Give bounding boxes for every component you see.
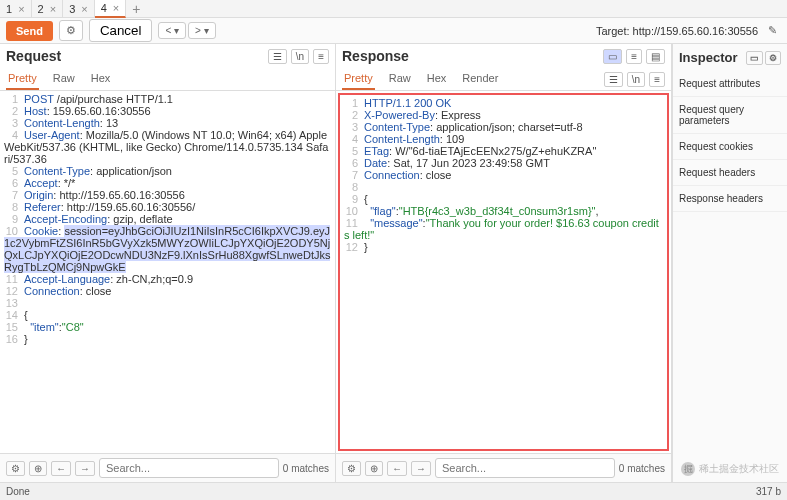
subtab-raw[interactable]: Raw <box>51 68 77 90</box>
history-back-button[interactable]: < ▾ <box>158 22 186 39</box>
inspector-item[interactable]: Request attributes <box>673 71 787 97</box>
repeater-tab[interactable]: 1× <box>0 0 32 18</box>
subtab-hex[interactable]: Hex <box>425 68 449 90</box>
inspector-item[interactable]: Request cookies <box>673 134 787 160</box>
response-subtabs: PrettyRawHexRender ☰ \n ≡ <box>336 68 671 91</box>
watermark-icon: 掘 <box>681 462 695 476</box>
inspector-config-icon[interactable]: ⚙ <box>765 51 781 65</box>
request-title: Request <box>6 48 61 64</box>
close-tab-icon[interactable]: × <box>50 3 56 15</box>
newline-icon[interactable]: \n <box>627 72 645 87</box>
repeater-tab[interactable]: 3× <box>63 0 95 18</box>
more-menu-icon[interactable]: ≡ <box>649 72 665 87</box>
status-right: 317 b <box>756 486 781 497</box>
more-menu-icon[interactable]: ≡ <box>313 49 329 64</box>
response-searchbar: ⚙ ⊕ ← → 0 matches <box>336 453 671 482</box>
close-tab-icon[interactable]: × <box>18 3 24 15</box>
list-view-icon[interactable]: ☰ <box>268 49 287 64</box>
inspector-title: Inspector <box>679 50 738 65</box>
search-next-icon[interactable]: → <box>411 461 431 476</box>
cancel-button[interactable]: Cancel <box>89 19 153 42</box>
response-match-count: 0 matches <box>619 463 665 474</box>
search-prev-icon[interactable]: ← <box>387 461 407 476</box>
status-left: Done <box>6 486 30 497</box>
request-editor[interactable]: 1POST /api/purchase HTTP/1.12Host: 159.6… <box>0 91 335 453</box>
inspector-view-icon[interactable]: ▭ <box>746 51 763 65</box>
search-prev-icon[interactable]: ← <box>51 461 71 476</box>
search-gear-icon[interactable]: ⊕ <box>365 461 383 476</box>
send-button[interactable]: Send <box>6 21 53 41</box>
response-pane: Response ▭ ≡ ▤ PrettyRawHexRender ☰ \n ≡… <box>336 44 672 482</box>
repeater-tab[interactable]: 2× <box>32 0 64 18</box>
request-match-count: 0 matches <box>283 463 329 474</box>
watermark: 掘 稀土掘金技术社区 <box>681 462 779 476</box>
subtab-pretty[interactable]: Pretty <box>342 68 375 90</box>
request-searchbar: ⚙ ⊕ ← → 0 matches <box>0 453 335 482</box>
search-next-icon[interactable]: → <box>75 461 95 476</box>
settings-gear-icon[interactable]: ⚙ <box>59 20 83 41</box>
toolbar: Send ⚙ Cancel < ▾ > ▾ Target: http://159… <box>0 18 787 44</box>
repeater-tabs: 1×2×3×4×+ <box>0 0 787 18</box>
request-search-input[interactable] <box>99 458 279 478</box>
layout-horizontal-icon[interactable]: ▭ <box>603 49 622 64</box>
subtab-hex[interactable]: Hex <box>89 68 113 90</box>
repeater-tab[interactable]: 4× <box>95 0 127 18</box>
subtab-raw[interactable]: Raw <box>387 68 413 90</box>
inspector-item[interactable]: Request headers <box>673 160 787 186</box>
layout-vertical-icon[interactable]: ≡ <box>626 49 642 64</box>
close-tab-icon[interactable]: × <box>81 3 87 15</box>
response-editor[interactable]: 1HTTP/1.1 200 OK2X-Powered-By: Express3C… <box>338 93 669 451</box>
inspector-item[interactable]: Request query parameters <box>673 97 787 134</box>
inspector-item[interactable]: Response headers <box>673 186 787 212</box>
subtab-render[interactable]: Render <box>460 68 500 90</box>
response-title: Response <box>342 48 409 64</box>
search-settings-icon[interactable]: ⚙ <box>6 461 25 476</box>
request-pane: Request ☰ \n ≡ PrettyRawHex 1POST /api/p… <box>0 44 336 482</box>
status-bar: Done 317 b <box>0 482 787 500</box>
request-subtabs: PrettyRawHex <box>0 68 335 91</box>
list-view-icon[interactable]: ☰ <box>604 72 623 87</box>
new-tab-button[interactable]: + <box>126 1 146 17</box>
layout-combined-icon[interactable]: ▤ <box>646 49 665 64</box>
history-forward-button[interactable]: > ▾ <box>188 22 216 39</box>
search-gear-icon[interactable]: ⊕ <box>29 461 47 476</box>
target-label: Target: http://159.65.60.16:30556 <box>596 25 758 37</box>
search-settings-icon[interactable]: ⚙ <box>342 461 361 476</box>
response-search-input[interactable] <box>435 458 615 478</box>
edit-target-icon[interactable]: ✎ <box>764 24 781 37</box>
close-tab-icon[interactable]: × <box>113 2 119 14</box>
newline-icon[interactable]: \n <box>291 49 309 64</box>
inspector-pane: Inspector ▭ ⚙ Request attributesRequest … <box>672 44 787 482</box>
subtab-pretty[interactable]: Pretty <box>6 68 39 90</box>
